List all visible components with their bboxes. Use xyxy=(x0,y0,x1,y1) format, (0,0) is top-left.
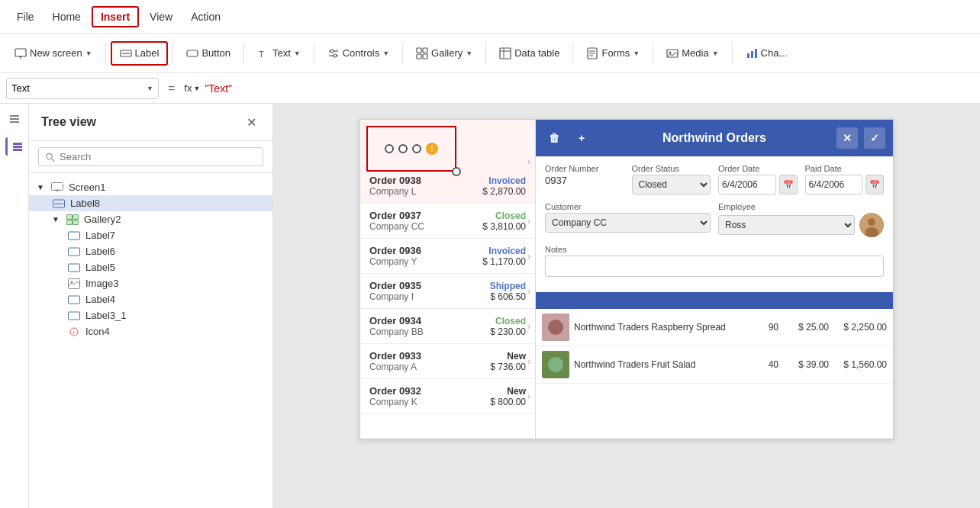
forms-chevron: ▼ xyxy=(633,50,640,57)
label-button[interactable]: Label xyxy=(111,41,169,66)
confirm-icon[interactable]: ✓ xyxy=(864,127,885,149)
tree-label-screen1: Screen1 xyxy=(69,182,105,193)
sidebar-layers-icon[interactable] xyxy=(5,137,24,156)
order-number-0938: Order 0938 xyxy=(369,175,421,186)
tree-label-label5: Label5 xyxy=(85,262,115,273)
select-employee[interactable]: Ross xyxy=(718,215,855,235)
calendar-icon-order[interactable]: 📅 xyxy=(779,175,798,195)
tree-item-label4[interactable]: Label4 xyxy=(29,291,272,307)
field-order-number: Order Number 0937 xyxy=(545,164,624,195)
formula-selector-chevron: ▼ xyxy=(147,85,153,92)
order-amount-0937: $ 3,810.00 xyxy=(482,221,526,232)
order-row-0933[interactable]: Order 0933 New Company A $ 736.00 › xyxy=(360,344,535,379)
resize-handle-tr[interactable] xyxy=(412,144,421,153)
order-row-0935[interactable]: Order 0935 Shipped Company I $ 606.50 › xyxy=(360,274,535,309)
order-status-0932: New xyxy=(507,386,526,397)
order-company-0932: Company K xyxy=(369,397,417,407)
trash-icon[interactable]: 🗑 xyxy=(543,127,565,149)
svg-rect-40 xyxy=(67,214,73,219)
svg-rect-13 xyxy=(417,54,421,59)
menu-bar: File Home Insert View Action xyxy=(0,0,980,34)
chart-icon xyxy=(746,47,758,59)
order-row-0937[interactable]: Order 0937 Closed Company CC $ 3,810.00 … xyxy=(360,204,535,239)
detail-header: 🗑 + Northwind Orders ✕ ✓ xyxy=(536,120,893,156)
svg-line-34 xyxy=(52,159,54,161)
tree-item-label5[interactable]: Label5 xyxy=(29,259,272,275)
label-notes: Notes xyxy=(545,245,884,254)
detail-row-3: Notes xyxy=(545,245,884,277)
tree-item-label8[interactable]: Label8 xyxy=(29,195,272,211)
input-order-date[interactable] xyxy=(718,175,776,195)
menu-action[interactable]: Action xyxy=(183,8,228,26)
resize-handle-br[interactable] xyxy=(452,167,461,176)
order-row-0934[interactable]: Order 0934 Closed Company BB $ 230.00 › xyxy=(360,309,535,344)
new-screen-button[interactable]: New screen ▼ xyxy=(6,42,101,65)
search-icon xyxy=(45,152,55,162)
gallery-tree-icon xyxy=(66,214,79,225)
tree-toggle-gallery2[interactable]: ▼ xyxy=(50,214,61,225)
text-chevron: ▼ xyxy=(294,50,301,57)
button-button[interactable]: Button xyxy=(178,42,239,65)
tree-item-image3[interactable]: Image3 xyxy=(29,275,272,291)
warning-icon: ! xyxy=(426,143,438,155)
menu-view[interactable]: View xyxy=(142,8,180,26)
formula-selector[interactable]: Text ▼ xyxy=(6,78,159,99)
text-icon: T xyxy=(257,47,269,59)
order-company-0933: Company A xyxy=(369,362,417,372)
sidebar-hamburger[interactable] xyxy=(5,110,24,128)
text-button[interactable]: T Text ▼ xyxy=(249,42,309,65)
canvas-area: ! Order 0938 Invoiced Company L $ 2,870.… xyxy=(273,104,980,508)
charts-button[interactable]: Cha... xyxy=(737,42,796,65)
order-row-0932[interactable]: Order 0932 New Company K $ 800.00 › xyxy=(360,379,535,414)
select-order-status[interactable]: Closed xyxy=(632,175,711,195)
tree-panel: Tree view ✕ ▼ Screen1 xyxy=(29,104,273,508)
order-chevron-0932: › xyxy=(527,391,530,402)
forms-button[interactable]: Forms ▼ xyxy=(578,42,648,65)
datatable-button[interactable]: Data table xyxy=(491,42,568,65)
formula-fx[interactable]: fx ▼ xyxy=(184,82,200,94)
tree-item-label3-1[interactable]: Label3_1 xyxy=(29,307,272,323)
order-number-0933: Order 0933 xyxy=(369,350,421,362)
tree-close-button[interactable]: ✕ xyxy=(242,113,260,131)
order-row-0936[interactable]: Order 0936 Invoiced Company Y $ 1,170.00… xyxy=(360,239,535,274)
app-preview: ! Order 0938 Invoiced Company L $ 2,870.… xyxy=(359,119,894,439)
svg-rect-44 xyxy=(69,232,80,240)
svg-rect-25 xyxy=(751,51,753,58)
tree-item-icon4[interactable]: + Icon4 xyxy=(29,323,272,339)
menu-home[interactable]: Home xyxy=(45,8,89,26)
input-notes[interactable] xyxy=(545,256,884,277)
tree-item-label6[interactable]: Label6 xyxy=(29,243,272,259)
toolbar-divider-8 xyxy=(653,43,653,64)
field-employee: Employee Ross xyxy=(718,202,884,237)
select-customer[interactable]: Company CC xyxy=(545,213,711,233)
resize-handle-tc[interactable] xyxy=(398,144,408,153)
selected-element-overlay[interactable]: ! xyxy=(366,126,456,172)
add-icon[interactable]: + xyxy=(571,127,592,149)
toolbar-divider-4 xyxy=(314,43,314,64)
tree-item-screen1[interactable]: ▼ Screen1 xyxy=(29,179,272,195)
calendar-icon-paid[interactable]: 📅 xyxy=(866,175,884,195)
gallery-button[interactable]: Gallery ▼ xyxy=(408,42,481,65)
order-status-0934: Closed xyxy=(495,316,526,326)
input-paid-date[interactable] xyxy=(805,175,863,195)
order-number-0932: Order 0932 xyxy=(369,385,421,397)
svg-rect-49 xyxy=(69,296,80,304)
tree-label-label7: Label7 xyxy=(85,230,115,241)
resize-handle-tl[interactable] xyxy=(385,144,394,153)
employee-with-photo: Ross xyxy=(718,213,884,237)
tree-label-label6: Label6 xyxy=(85,246,115,257)
product-price-1: $ 25.00 xyxy=(783,322,829,333)
tree-search-input[interactable] xyxy=(60,151,256,162)
date-field-order: 📅 xyxy=(718,175,798,195)
tree-toggle-screen1[interactable]: ▼ xyxy=(35,182,46,193)
tree-item-label7[interactable]: Label7 xyxy=(29,227,272,243)
media-button[interactable]: Media ▼ xyxy=(658,42,727,65)
controls-button[interactable]: Controls ▼ xyxy=(319,42,398,65)
label-tree-icon-5 xyxy=(68,262,80,273)
tree-item-gallery2[interactable]: ▼ Gallery2 xyxy=(29,211,272,227)
menu-file[interactable]: File xyxy=(9,8,42,26)
button-icon xyxy=(186,47,198,59)
cancel-icon[interactable]: ✕ xyxy=(837,127,858,149)
menu-insert[interactable]: Insert xyxy=(92,6,139,27)
label-paid-date: Paid Date xyxy=(805,164,885,173)
